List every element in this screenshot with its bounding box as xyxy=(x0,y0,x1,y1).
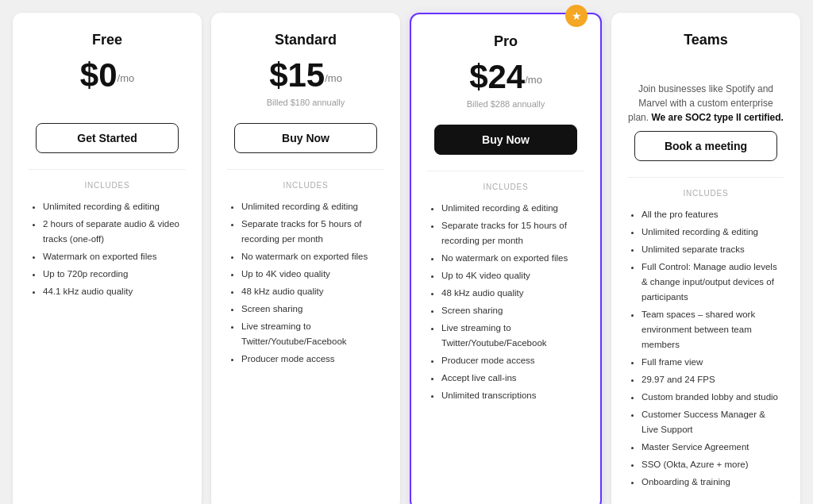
list-item: Screen sharing xyxy=(241,302,384,317)
pricing-grid: Free$0/moGet StartedINCLUDESUnlimited re… xyxy=(13,13,800,504)
list-item: No watermark on exported files xyxy=(241,249,384,264)
list-item: Full frame view xyxy=(642,355,784,370)
list-item: Customer Success Manager & Live Support xyxy=(642,407,784,437)
plan-price-standard: $15/mo xyxy=(227,56,384,94)
plan-card-standard: Standard$15/moBilled $180 annuallyBuy No… xyxy=(211,13,400,504)
plan-name-standard: Standard xyxy=(227,32,384,48)
features-list-teams: All the pro featuresUnlimited recording … xyxy=(627,207,784,491)
cta-button-standard[interactable]: Buy Now xyxy=(234,123,377,153)
price-mo: /mo xyxy=(118,72,135,84)
plan-name-pro: Pro xyxy=(427,33,584,50)
list-item: Unlimited recording & editing xyxy=(441,201,584,216)
list-item: Unlimited separate tracks xyxy=(642,242,784,257)
plan-price-free: $0/mo xyxy=(29,56,186,94)
plan-cta-standard: Buy Now xyxy=(227,123,384,153)
features-list-standard: Unlimited recording & editingSeparate tr… xyxy=(227,199,384,491)
price-amount: $15 xyxy=(269,56,325,94)
list-item: Watermark on exported files xyxy=(43,249,186,264)
list-item: All the pro features xyxy=(642,207,784,222)
list-item: Up to 4K video quality xyxy=(441,268,584,283)
divider xyxy=(29,169,186,170)
includes-label-free: INCLUDES xyxy=(29,181,186,190)
list-item: 2 hours of separate audio & video tracks… xyxy=(43,217,186,247)
cta-button-teams[interactable]: Book a meeting xyxy=(634,131,777,161)
plan-cta-free: Get Started xyxy=(29,123,186,153)
list-item: 48 kHz audio quality xyxy=(241,284,384,299)
cta-button-pro[interactable]: Buy Now xyxy=(434,125,577,155)
plan-card-free: Free$0/moGet StartedINCLUDESUnlimited re… xyxy=(13,13,202,504)
divider xyxy=(227,169,384,170)
plan-billed-pro: Billed $288 annually xyxy=(427,99,584,112)
list-item: 44.1 kHz audio quality xyxy=(43,284,186,299)
plan-card-teams: TeamsJoin businesses like Spotify and Ma… xyxy=(611,13,800,504)
list-item: Master Service Agreement xyxy=(642,440,784,455)
list-item: No watermark on exported files xyxy=(441,251,584,266)
includes-label-standard: INCLUDES xyxy=(227,181,384,190)
price-amount: $24 xyxy=(469,58,525,95)
list-item: Up to 720p recording xyxy=(43,267,186,282)
plan-billed-free xyxy=(29,98,186,110)
list-item: Team spaces – shared work environment be… xyxy=(642,307,784,352)
list-item: Unlimited recording & editing xyxy=(241,199,384,214)
divider xyxy=(427,171,584,171)
list-item: 29.97 and 24 FPS xyxy=(642,372,784,387)
list-item: Onboarding & training xyxy=(642,475,784,490)
list-item: Live streaming to Twitter/Youtube/Facebo… xyxy=(441,321,584,351)
price-mo: /mo xyxy=(325,72,342,84)
list-item: Unlimited transcriptions xyxy=(441,388,584,403)
includes-label-teams: INCLUDES xyxy=(627,189,784,198)
list-item: 48 kHz audio quality xyxy=(441,286,584,301)
plan-billed-standard: Billed $180 annually xyxy=(227,98,384,110)
plan-desc-teams: Join businesses like Spotify and Marvel … xyxy=(627,82,784,125)
plan-billed-teams xyxy=(627,56,784,69)
features-list-free: Unlimited recording & editing2 hours of … xyxy=(29,199,186,491)
price-amount: $0 xyxy=(80,56,118,94)
featured-star-icon: ★ xyxy=(565,5,588,27)
includes-label-pro: INCLUDES xyxy=(427,183,584,191)
features-list-pro: Unlimited recording & editingSeparate tr… xyxy=(427,201,584,490)
list-item: Live streaming to Twitter/Youtube/Facebo… xyxy=(241,319,384,349)
plan-card-pro: ★Pro$24/moBilled $288 annuallyBuy NowINC… xyxy=(410,13,602,504)
list-item: Producer mode access xyxy=(441,353,584,368)
cta-button-free[interactable]: Get Started xyxy=(36,123,179,153)
plan-name-free: Free xyxy=(29,32,186,48)
divider xyxy=(627,177,784,178)
list-item: Separate tracks for 15 hours of recordin… xyxy=(441,218,584,248)
list-item: SSO (Okta, Azure + more) xyxy=(642,457,784,472)
list-item: Full Control: Manage audio levels & chan… xyxy=(642,260,784,305)
plan-cta-pro: Buy Now xyxy=(427,125,584,155)
plan-cta-teams: Book a meeting xyxy=(627,131,784,161)
list-item: Unlimited recording & editing xyxy=(43,199,186,214)
list-item: Unlimited recording & editing xyxy=(642,225,784,240)
list-item: Screen sharing xyxy=(441,303,584,318)
plan-price-pro: $24/mo xyxy=(427,58,584,96)
plan-name-teams: Teams xyxy=(627,32,784,48)
list-item: Accept live call-ins xyxy=(441,371,584,386)
price-mo: /mo xyxy=(525,74,542,86)
list-item: Up to 4K video quality xyxy=(241,267,384,282)
list-item: Custom branded lobby and studio xyxy=(642,390,784,405)
list-item: Separate tracks for 5 hours of recording… xyxy=(241,217,384,247)
list-item: Producer mode access xyxy=(241,352,384,367)
